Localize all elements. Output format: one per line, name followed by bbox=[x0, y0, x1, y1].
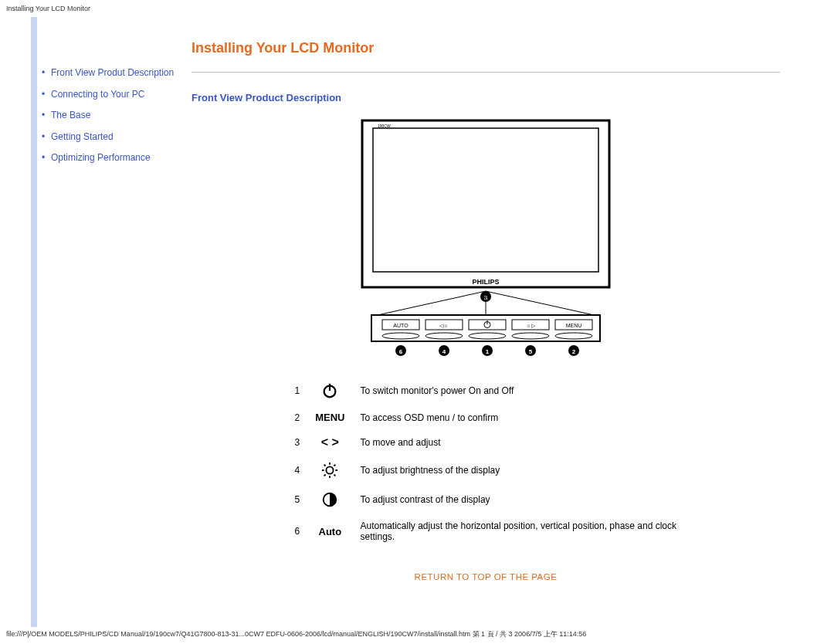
svg-text:AUTO: AUTO bbox=[393, 323, 409, 328]
arrows-icon: < > bbox=[307, 429, 352, 456]
feature-desc: To move and adjust bbox=[352, 429, 684, 456]
sidebar-item-front-view[interactable]: Front View Produt Description bbox=[51, 67, 174, 78]
window-title: Installing Your LCD Monitor bbox=[6, 5, 90, 12]
svg-point-36 bbox=[327, 466, 334, 473]
feature-num: 5 bbox=[287, 485, 308, 514]
svg-line-21 bbox=[378, 291, 486, 315]
page-container: Front View Produt Description Connecting… bbox=[31, 17, 819, 627]
table-row: 4 To adjust brightness of the display bbox=[287, 456, 685, 485]
table-row: 6 Auto Automatically adjust the horizont… bbox=[287, 514, 685, 548]
main-content: Installing Your LCD Monitor Front View P… bbox=[192, 17, 819, 627]
feature-desc: To adjust contrast of the display bbox=[352, 485, 684, 514]
feature-num: 3 bbox=[287, 429, 308, 456]
svg-text:☼▷: ☼▷ bbox=[526, 323, 535, 328]
feature-num: 6 bbox=[287, 514, 308, 548]
svg-line-41 bbox=[324, 465, 326, 466]
svg-line-42 bbox=[334, 475, 336, 476]
table-row: 2 MENU To access OSD menu / to confirm bbox=[287, 405, 685, 429]
svg-text:1: 1 bbox=[486, 348, 490, 355]
menu-icon: MENU bbox=[307, 405, 352, 429]
feature-num: 1 bbox=[287, 376, 308, 405]
brand-text: PHILIPS bbox=[472, 278, 499, 286]
svg-line-44 bbox=[334, 465, 336, 466]
svg-rect-1 bbox=[373, 128, 598, 272]
svg-text:2: 2 bbox=[572, 348, 576, 355]
svg-text:4: 4 bbox=[442, 348, 446, 355]
sidebar-item-connecting[interactable]: Connecting to Your PC bbox=[51, 89, 144, 100]
table-row: 3 < > To move and adjust bbox=[287, 429, 685, 456]
table-row: 5 To adjust contrast of the display bbox=[287, 485, 685, 514]
section-heading: Front View Product Description bbox=[192, 92, 780, 103]
feature-desc: To switch monitor's power On and Off bbox=[352, 376, 684, 405]
sidebar-item-optimizing[interactable]: Optimizing Performance bbox=[51, 152, 151, 163]
svg-text:MENU: MENU bbox=[566, 323, 582, 328]
sidebar-nav: Front View Produt Description Connecting… bbox=[37, 17, 192, 627]
auto-icon: Auto bbox=[307, 514, 352, 548]
feature-desc: To access OSD menu / to confirm bbox=[352, 405, 684, 429]
sidebar-item-base[interactable]: The Base bbox=[51, 110, 90, 120]
return-to-top-link[interactable]: RETURN TO TOP OF THE PAGE bbox=[415, 572, 558, 581]
monitor-diagram: 190CW PHILIPS AUTO ◁☼ bbox=[192, 117, 780, 357]
brand-small-text: 190CW bbox=[378, 124, 391, 128]
table-row: 1 To switch monitor's power On and Off bbox=[287, 376, 685, 405]
svg-text:◁☼: ◁☼ bbox=[439, 323, 448, 328]
brightness-icon bbox=[307, 456, 352, 485]
title-divider bbox=[192, 72, 780, 73]
page-title: Installing Your LCD Monitor bbox=[192, 40, 780, 56]
left-accent-bar bbox=[31, 17, 37, 627]
feature-table: 1 To switch monitor's power On and Off 2… bbox=[287, 376, 685, 548]
feature-desc: Automatically adjust the horizontal posi… bbox=[352, 514, 684, 548]
svg-text:6: 6 bbox=[399, 348, 403, 355]
sidebar-item-getting-started[interactable]: Getting Started bbox=[51, 131, 114, 142]
svg-line-22 bbox=[486, 291, 594, 315]
svg-line-43 bbox=[324, 475, 326, 476]
feature-desc: To adjust brightness of the display bbox=[352, 456, 684, 485]
power-icon bbox=[307, 376, 352, 405]
svg-text:5: 5 bbox=[529, 348, 533, 355]
status-bar-path: file:///P|/OEM MODELS/PHILIPS/CD Manual/… bbox=[6, 629, 828, 639]
feature-num: 2 bbox=[287, 405, 308, 429]
feature-num: 4 bbox=[287, 456, 308, 485]
contrast-icon bbox=[307, 485, 352, 514]
